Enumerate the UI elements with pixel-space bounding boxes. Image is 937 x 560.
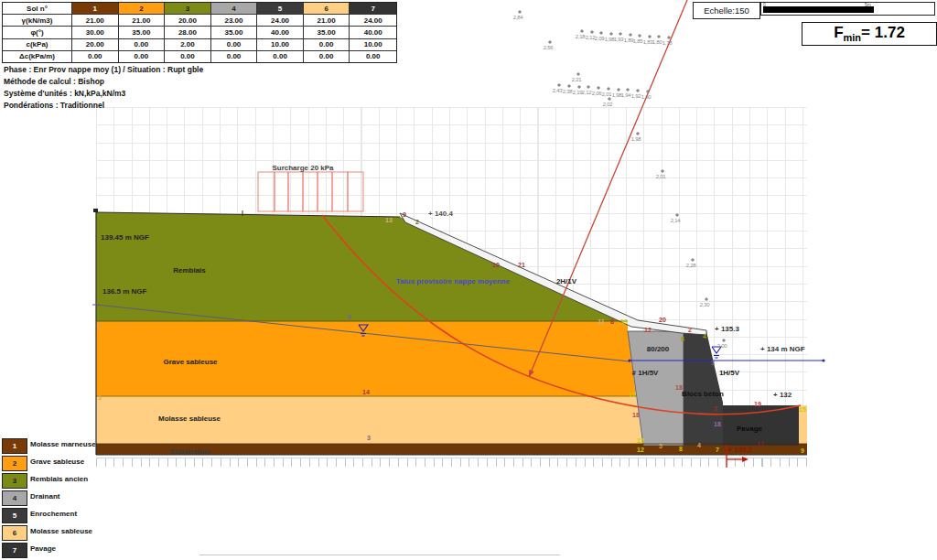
point-number: 18 [675,384,683,391]
soil-table-cell: 0.00 [72,51,119,62]
factor-point-value: 2,01 [602,92,611,97]
legend-color-box: 5 [2,508,27,523]
drawing-label: 80/200 [647,345,669,353]
drawing-label: + 132 [773,391,792,399]
drawing-label: Substratum [170,447,210,456]
soil-table-cell: 0.00 [165,51,211,62]
legend-item-label: Enrochement [30,510,77,518]
point-number: 7 [716,447,719,453]
drawing-label: + 135.3 [715,325,739,333]
soil-table-cell: 35.00 [211,27,258,38]
soil-table-cell: 0.00 [350,51,396,62]
soil-table-cell: 30.00 [72,27,119,38]
point-number: 17 [757,441,764,447]
drawing-label: Surcharge 20 kPa [272,164,333,172]
fmin-value: Fmin= 1.72 [834,24,905,43]
drawing-label: 2H/1V [556,277,576,285]
factor-point-value: 2,84 [513,15,522,20]
soil-table: Sol n°1234567γ(kN/m3)21.0021.0020.0023.0… [2,2,397,63]
point-number: 13 [385,217,393,223]
factor-point-value: 2,28 [686,263,695,268]
point-number: 5 [659,443,662,449]
soil-table-cell: 21.00 [119,15,166,27]
legend-item-label: Grave sableuse [30,458,84,466]
point-number: 0 [98,322,102,328]
point-number: 21 [518,262,525,268]
point-number: 19 [620,318,628,325]
soil-table-cell: 0.00 [211,51,258,62]
point-number: 12 [644,327,652,333]
soil-table-cell: 10.00 [350,39,396,51]
point-number: 5 [98,394,102,401]
soil-table-cell: 0.00 [304,39,350,51]
point-number: 8 [679,446,683,452]
factor-point-value: 1,90 [641,94,651,100]
drawing-label: Pavage [737,425,762,433]
factor-point-value: 1,94 [621,92,630,98]
drawing-label: Grave sableuse [163,358,217,366]
analysis-info-line: Système d'unités : kN,kPa,kN/m3 [4,88,203,100]
drawing-label: Blocs béton [682,390,724,398]
soil-table-cell: 35.00 [304,27,350,38]
legend-item-label: Remblais ancien [30,475,88,483]
drawing-label: Remblais [173,266,206,275]
point-number: 10 [492,262,500,268]
soil-table-cell: 24.00 [257,15,304,27]
scale-label-box: Echelle:150 [693,2,760,19]
factor-point-value: 1,78 [662,40,672,46]
analysis-info-line: Phase : Enr Prov nappe moy (1) / Situati… [4,64,203,76]
factor-point-value: 1,85 [633,38,642,44]
scale-bar-fill [763,6,874,13]
soil-table-corner: Sol n° [3,3,72,15]
analysis-info-line: Pondérations : Traditionnel [4,100,203,112]
point-number: 9 [403,211,406,218]
analysis-info-line: Méthode de calcul : Bishop [4,76,203,88]
drawing-label: 136.5 m NGF [102,287,146,296]
point-number: 19 [754,401,761,407]
drawing-label: Talus provisoire nappe moyenne [396,277,510,285]
soil-table-cell: 23.00 [211,15,258,27]
factor-point-value: 1,98 [631,136,641,142]
factor-point-value: 2,12 [582,90,591,95]
point-number: 2 [688,327,692,333]
drawing-label: Molasse sableuse [158,415,221,423]
analysis-info: Phase : Enr Prov nappe moy (1) / Situati… [4,64,203,112]
legend-item-label: Drainant [30,492,59,501]
soil-table-cell: 0.00 [119,39,166,51]
point-number: 18 [714,421,721,427]
soil-table-cell: 21.00 [72,15,119,27]
soil-table-cell: 0.00 [304,51,350,62]
soil-table-cell: 10.00 [257,39,304,51]
soil-table-header-cell: 1 [72,3,119,15]
factor-point-value: 2,01 [656,174,665,179]
drawing-label: 139.45 m NGF [101,233,149,242]
factor-point-value: 2,19 [573,90,582,95]
soil-table-row-label: γ(kN/m3) [3,15,72,27]
point-number: 4 [697,442,701,448]
water-level-dot-left [628,359,630,361]
point-number: 6 [681,336,684,342]
point-number: 15 [637,437,644,444]
legend-color-box: 1 [2,438,27,454]
point-number: 17 [629,392,636,398]
legend-color-box: 2 [2,456,27,471]
drawing-label: + 130,2 [728,446,753,454]
factor-point-value: 2,06 [592,91,601,96]
section-corner-marker [93,209,98,212]
scale-label: Echelle:150 [704,5,749,16]
factor-point-value: 1,98 [605,37,614,42]
soil-table-cell: 28.00 [165,27,211,38]
legend-color-box: 7 [2,543,27,558]
factor-point-value: 2,00 [717,343,727,349]
point-number: 2 [415,219,419,225]
drawing-label: + 140.4 [428,210,453,218]
legend-color-box: 6 [2,525,27,541]
soil-table-header-cell: 4 [211,3,258,15]
soil-table-row-label: φ(°) [3,27,72,38]
soil-table-cell: 24.00 [350,15,396,27]
factor-point-value: 1,89 [624,38,633,43]
soil-table-header-cell: 3 [165,3,211,15]
scale-bar: 0 5m [760,2,935,16]
factor-point-value: 2,14 [671,218,680,223]
soil-table-header-cell: 2 [119,3,166,15]
